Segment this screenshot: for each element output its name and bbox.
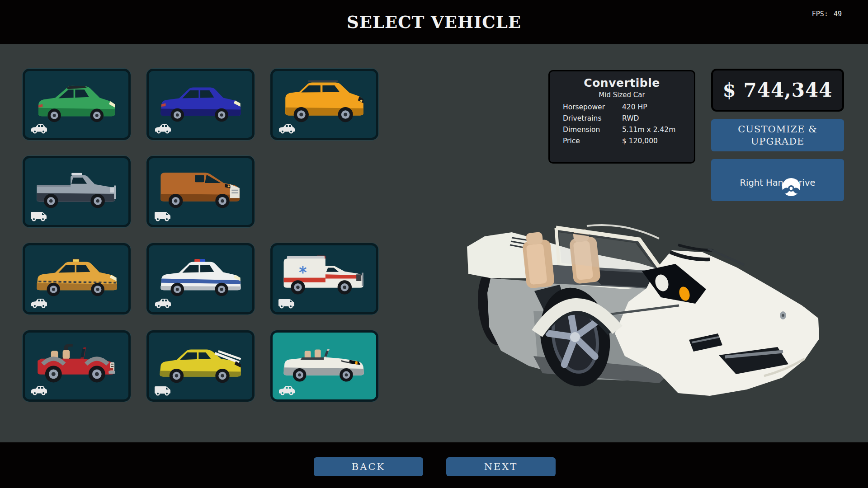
van-icon xyxy=(154,210,172,222)
ambulance-thumbnail xyxy=(278,249,371,303)
next-button[interactable]: NEXT xyxy=(446,457,556,476)
blue-sedan-thumbnail xyxy=(155,74,247,128)
car-icon xyxy=(278,123,296,135)
brown-van-thumbnail xyxy=(155,161,247,216)
info-row: Dimension5.11m x 2.42m xyxy=(550,126,694,137)
vehicle-select-screen: SELECT VEHICLE FPS: 49 xyxy=(0,0,868,488)
bottom-bar xyxy=(0,442,868,488)
car-icon xyxy=(30,123,48,135)
vehicle-tile-brown-van[interactable] xyxy=(146,156,255,227)
yellow-muscle-car-thumbnail xyxy=(155,336,247,390)
vehicle-tile-green-hatchback[interactable] xyxy=(23,69,131,140)
car-icon xyxy=(278,385,296,396)
back-button[interactable]: BACK xyxy=(314,457,423,476)
van-icon xyxy=(154,385,172,396)
orange-suv-thumbnail xyxy=(278,74,371,128)
page-title: SELECT VEHICLE xyxy=(0,0,868,44)
info-label: Price xyxy=(563,137,580,145)
vehicle-category: Mid Sized Car xyxy=(550,91,694,99)
info-label: Drivetrains xyxy=(563,114,601,122)
car-icon xyxy=(30,297,48,309)
fps-counter: FPS: 49 xyxy=(812,10,842,18)
vehicle-grid xyxy=(23,69,378,402)
info-label: Horsepower xyxy=(563,103,605,111)
steering-wheel-icon xyxy=(781,177,801,197)
vehicle-tile-blue-sedan[interactable] xyxy=(146,69,255,140)
info-value: $ 120,000 xyxy=(622,137,658,145)
red-offroader-thumbnail xyxy=(31,336,123,390)
police-car-thumbnail xyxy=(155,249,247,303)
fps-value: 49 xyxy=(834,10,842,18)
car-icon xyxy=(154,297,172,309)
info-label: Dimension xyxy=(563,126,600,134)
info-value: 5.11m x 2.42m xyxy=(622,126,675,134)
vehicle-tile-gray-pickup[interactable] xyxy=(23,156,131,227)
selected-vehicle-preview xyxy=(466,221,822,398)
car-icon xyxy=(30,385,48,396)
info-row: Price$ 120,000 xyxy=(550,137,694,148)
right-hand-drive-button[interactable]: Right Hand Drive xyxy=(711,159,844,201)
vehicle-name: Convertible xyxy=(550,76,694,89)
fps-label: FPS: xyxy=(812,10,828,18)
vehicle-tile-ambulance[interactable] xyxy=(270,243,378,314)
info-value: 420 HP xyxy=(622,103,647,111)
info-panel: Convertible Mid Sized Car Horsepower420 … xyxy=(548,70,695,164)
vehicle-tile-orange-suv[interactable] xyxy=(270,69,378,140)
vehicle-tile-yellow-muscle-car[interactable] xyxy=(146,330,255,402)
vehicle-tile-police-car[interactable] xyxy=(146,243,255,314)
money-panel: $ 744,344 xyxy=(711,69,844,112)
info-rows: Horsepower420 HPDrivetrainsRWDDimension5… xyxy=(550,103,694,148)
white-convertible-thumbnail xyxy=(278,336,371,390)
info-row: Horsepower420 HP xyxy=(550,103,694,114)
money-amount: $ 744,344 xyxy=(723,79,833,101)
info-value: RWD xyxy=(622,114,639,122)
green-hatchback-thumbnail xyxy=(31,74,123,128)
van-icon xyxy=(278,297,296,309)
gray-pickup-thumbnail xyxy=(31,161,123,216)
car-icon xyxy=(154,123,172,135)
vehicle-tile-red-offroader[interactable] xyxy=(23,330,131,402)
right-hand-drive-label: Right Hand Drive xyxy=(714,178,841,188)
yellow-taxi-thumbnail xyxy=(31,249,123,303)
vehicle-tile-yellow-taxi[interactable] xyxy=(23,243,131,314)
info-row: DrivetrainsRWD xyxy=(550,114,694,126)
vehicle-tile-white-convertible[interactable] xyxy=(270,330,378,402)
van-icon xyxy=(30,210,48,222)
customize-upgrade-button[interactable]: CUSTOMIZE & UPGRADE xyxy=(711,119,844,151)
customize-label: CUSTOMIZE & UPGRADE xyxy=(725,123,830,147)
